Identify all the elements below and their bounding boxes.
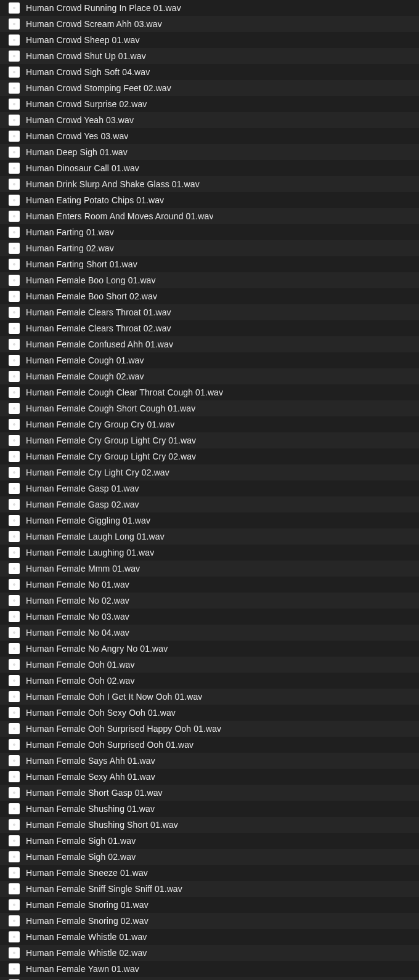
file-name: Human Female Ooh I Get It Now Ooh 01.wav	[26, 692, 202, 702]
file-row[interactable]: Human Female Laugh Long 01.wav	[0, 528, 419, 545]
file-row[interactable]: Human Female Cough Clear Throat Cough 01…	[0, 384, 419, 400]
file-name: Human Enters Room And Moves Around 01.wa…	[26, 211, 213, 221]
file-row[interactable]: Human Female No 03.wav	[0, 609, 419, 625]
audio-file-icon	[9, 483, 20, 494]
file-row[interactable]: Human Female Yawn 02.wav	[0, 977, 419, 980]
file-row[interactable]: Human Crowd Sigh Soft 04.wav	[0, 64, 419, 80]
file-row[interactable]: Human Female Snoring 02.wav	[0, 913, 419, 929]
file-row[interactable]: Human Female Whistle 01.wav	[0, 929, 419, 945]
audio-file-icon	[9, 2, 20, 14]
file-row[interactable]: Human Female Confused Ahh 01.wav	[0, 336, 419, 352]
file-row[interactable]: Human Female No Angry No 01.wav	[0, 641, 419, 657]
file-row[interactable]: Human Crowd Running In Place 01.wav	[0, 0, 419, 16]
audio-file-icon	[9, 627, 20, 638]
file-row[interactable]: Human Female Sigh 02.wav	[0, 849, 419, 865]
file-row[interactable]: Human Female Boo Short 02.wav	[0, 288, 419, 304]
file-name: Human Female Shushing Short 01.wav	[26, 820, 178, 830]
file-row[interactable]: Human Enters Room And Moves Around 01.wa…	[0, 208, 419, 224]
file-row[interactable]: Human Female Cry Light Cry 02.wav	[0, 464, 419, 480]
file-row[interactable]: Human Female No 02.wav	[0, 593, 419, 609]
file-row[interactable]: Human Dinosaur Call 01.wav	[0, 160, 419, 176]
audio-file-icon	[9, 419, 20, 430]
file-row[interactable]: Human Female Clears Throat 01.wav	[0, 304, 419, 320]
file-name: Human Female Cough Clear Throat Cough 01…	[26, 387, 223, 397]
file-row[interactable]: Human Female No 04.wav	[0, 625, 419, 641]
file-row[interactable]: Human Female Sniff Single Sniff 01.wav	[0, 881, 419, 897]
file-row[interactable]: Human Female Ooh 01.wav	[0, 657, 419, 673]
file-row[interactable]: Human Female Cough Short Cough 01.wav	[0, 400, 419, 416]
file-row[interactable]: Human Female Cry Group Cry 01.wav	[0, 416, 419, 432]
file-row[interactable]: Human Farting 02.wav	[0, 240, 419, 256]
file-row[interactable]: Human Crowd Scream Ahh 03.wav	[0, 16, 419, 32]
audio-file-icon	[9, 675, 20, 686]
audio-file-icon	[9, 771, 20, 782]
file-row[interactable]: Human Female Boo Long 01.wav	[0, 272, 419, 288]
file-row[interactable]: Human Female Whistle 02.wav	[0, 945, 419, 961]
file-row[interactable]: Human Female Ooh Surprised Ooh 01.wav	[0, 737, 419, 753]
file-row[interactable]: Human Eating Potato Chips 01.wav	[0, 192, 419, 208]
file-row[interactable]: Human Female Ooh I Get It Now Ooh 01.wav	[0, 689, 419, 705]
file-name: Human Female No 04.wav	[26, 628, 129, 638]
audio-file-icon	[9, 211, 20, 222]
audio-file-icon	[9, 963, 20, 974]
file-row[interactable]: Human Female Snoring 01.wav	[0, 897, 419, 913]
audio-file-icon	[9, 739, 20, 750]
file-row[interactable]: Human Crowd Surprise 02.wav	[0, 96, 419, 112]
file-row[interactable]: Human Female Ooh Surprised Happy Ooh 01.…	[0, 721, 419, 737]
audio-file-icon	[9, 915, 20, 926]
file-name: Human Crowd Sheep 01.wav	[26, 35, 140, 45]
file-row[interactable]: Human Female Says Ahh 01.wav	[0, 753, 419, 769]
file-row[interactable]: Human Female Cough 01.wav	[0, 352, 419, 368]
file-name: Human Female Snoring 01.wav	[26, 900, 148, 910]
file-name: Human Farting 01.wav	[26, 227, 114, 237]
audio-file-icon	[9, 275, 20, 286]
file-name: Human Crowd Yes 03.wav	[26, 131, 128, 141]
file-name: Human Deep Sigh 01.wav	[26, 147, 128, 157]
file-row[interactable]: Human Female Cry Group Light Cry 01.wav	[0, 432, 419, 448]
file-row[interactable]: Human Crowd Yeah 03.wav	[0, 112, 419, 128]
audio-file-icon	[9, 227, 20, 238]
file-row[interactable]: Human Female Mmm 01.wav	[0, 561, 419, 577]
file-row[interactable]: Human Female Sigh 01.wav	[0, 833, 419, 849]
file-row[interactable]: Human Deep Sigh 01.wav	[0, 144, 419, 160]
file-row[interactable]: Human Crowd Stomping Feet 02.wav	[0, 80, 419, 96]
audio-file-icon	[9, 67, 20, 78]
file-name: Human Dinosaur Call 01.wav	[26, 163, 139, 173]
file-name: Human Female Yawn 01.wav	[26, 964, 139, 974]
audio-file-icon	[9, 18, 20, 30]
file-name: Human Female Sigh 02.wav	[26, 852, 136, 862]
file-name: Human Female Cry Group Light Cry 02.wav	[26, 452, 196, 461]
file-row[interactable]: Human Female Ooh Sexy Ooh 01.wav	[0, 705, 419, 721]
file-row[interactable]: Human Crowd Sheep 01.wav	[0, 32, 419, 48]
file-row[interactable]: Human Female Shushing Short 01.wav	[0, 817, 419, 833]
file-row[interactable]: Human Crowd Yes 03.wav	[0, 128, 419, 144]
file-row[interactable]: Human Crowd Shut Up 01.wav	[0, 48, 419, 64]
file-row[interactable]: Human Female Short Gasp 01.wav	[0, 785, 419, 801]
file-row[interactable]: Human Female No 01.wav	[0, 577, 419, 593]
file-row[interactable]: Human Female Ooh 02.wav	[0, 673, 419, 689]
file-row[interactable]: Human Female Giggling 01.wav	[0, 512, 419, 528]
audio-file-icon	[9, 243, 20, 254]
audio-file-icon	[9, 339, 20, 350]
file-row[interactable]: Human Female Gasp 02.wav	[0, 496, 419, 512]
file-row[interactable]: Human Female Sneeze 01.wav	[0, 865, 419, 881]
audio-file-icon	[9, 547, 20, 558]
file-name: Human Crowd Running In Place 01.wav	[26, 3, 181, 13]
file-row[interactable]: Human Female Cough 02.wav	[0, 368, 419, 384]
audio-file-icon	[9, 723, 20, 734]
file-name: Human Crowd Stomping Feet 02.wav	[26, 83, 171, 93]
file-row[interactable]: Human Farting Short 01.wav	[0, 256, 419, 272]
file-row[interactable]: Human Drink Slurp And Shake Glass 01.wav	[0, 176, 419, 192]
file-row[interactable]: Human Female Gasp 01.wav	[0, 480, 419, 496]
file-name: Human Female Laugh Long 01.wav	[26, 532, 165, 541]
file-name: Human Crowd Surprise 02.wav	[26, 99, 147, 109]
file-row[interactable]: Human Female Yawn 01.wav	[0, 961, 419, 977]
file-row[interactable]: Human Female Clears Throat 02.wav	[0, 320, 419, 336]
file-row[interactable]: Human Farting 01.wav	[0, 224, 419, 240]
file-row[interactable]: Human Female Laughing 01.wav	[0, 545, 419, 561]
file-row[interactable]: Human Female Cry Group Light Cry 02.wav	[0, 448, 419, 464]
file-row[interactable]: Human Female Shushing 01.wav	[0, 801, 419, 817]
file-row[interactable]: Human Female Sexy Ahh 01.wav	[0, 769, 419, 785]
file-name: Human Crowd Scream Ahh 03.wav	[26, 19, 162, 29]
file-name: Human Female Boo Short 02.wav	[26, 291, 157, 301]
